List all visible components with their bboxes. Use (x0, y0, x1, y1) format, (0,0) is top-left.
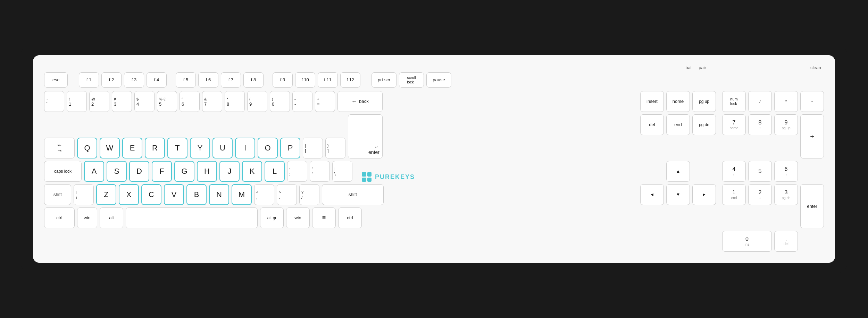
key-numlock[interactable]: numlock (722, 91, 746, 112)
key-x[interactable]: X (119, 184, 139, 205)
key-i[interactable]: I (235, 138, 255, 158)
key-left[interactable]: ◄ (640, 184, 664, 205)
key-f7[interactable]: f 7 (221, 72, 241, 88)
key-up[interactable]: ▲ (666, 161, 690, 182)
key-semicolon[interactable]: : ; (287, 161, 307, 182)
key-equals[interactable]: + = (315, 91, 335, 112)
key-minus[interactable]: - - (292, 91, 312, 112)
key-v[interactable]: V (164, 184, 184, 205)
key-j[interactable]: J (219, 161, 240, 182)
key-prtscr[interactable]: prt scr (372, 72, 397, 88)
key-g[interactable]: G (174, 161, 194, 182)
key-r[interactable]: R (145, 138, 165, 158)
key-capslock[interactable]: caps lock (44, 161, 82, 182)
key-s[interactable]: S (107, 161, 127, 182)
key-quote[interactable]: " ' (310, 161, 330, 182)
key-c[interactable]: C (141, 184, 161, 205)
key-y[interactable]: Y (190, 138, 210, 158)
key-pgup[interactable]: pg up (692, 91, 716, 112)
key-comma[interactable]: < , (254, 184, 274, 205)
key-lctrl[interactable]: ctrl (44, 207, 75, 228)
key-f2[interactable]: f 2 (101, 72, 122, 88)
key-delete[interactable]: del (640, 114, 664, 135)
key-5[interactable]: % € 5 (157, 91, 177, 112)
key-1[interactable]: ! 1 (67, 91, 87, 112)
key-2[interactable]: @ 2 (89, 91, 109, 112)
key-numminus[interactable]: - (800, 91, 824, 112)
key-esc[interactable]: esc (44, 72, 68, 88)
key-l[interactable]: L (265, 161, 285, 182)
key-4[interactable]: $ 4 (134, 91, 155, 112)
key-f6[interactable]: f 6 (198, 72, 218, 88)
key-f8[interactable]: f 8 (243, 72, 264, 88)
key-insert[interactable]: insert (640, 91, 664, 112)
key-home[interactable]: home (666, 91, 690, 112)
key-tab[interactable]: ⇤⇥ (44, 138, 75, 158)
key-t[interactable]: T (167, 138, 187, 158)
key-num3[interactable]: 3 pg dn (774, 184, 798, 205)
key-f1[interactable]: f 1 (79, 72, 99, 88)
key-e[interactable]: E (122, 138, 142, 158)
key-menu[interactable]: ≡ (312, 207, 336, 228)
key-o[interactable]: O (258, 138, 278, 158)
key-6[interactable]: ^ 6 (180, 91, 200, 112)
key-num5[interactable]: 5 (748, 161, 772, 182)
key-numdiv[interactable]: / (748, 91, 772, 112)
key-backslash[interactable]: | \ (332, 161, 352, 182)
key-num7[interactable]: 7 home (722, 114, 746, 135)
key-rctrl[interactable]: ctrl (338, 207, 362, 228)
key-num2[interactable]: 2 ↓ (748, 184, 772, 205)
key-tilde[interactable]: ~ ` (44, 91, 64, 112)
key-lwin[interactable]: win (77, 207, 97, 228)
key-right[interactable]: ► (692, 184, 716, 205)
key-n[interactable]: N (209, 184, 229, 205)
key-f11[interactable]: f 11 (318, 72, 338, 88)
key-period[interactable]: > . (277, 184, 297, 205)
key-9[interactable]: ( 9 (247, 91, 267, 112)
key-num8[interactable]: 8 ↑ (748, 114, 772, 135)
key-num1[interactable]: 1 end (722, 184, 746, 205)
key-lbracket[interactable]: { [ (303, 138, 323, 158)
key-f3[interactable]: f 3 (124, 72, 144, 88)
key-a[interactable]: A (84, 161, 104, 182)
key-f[interactable]: F (152, 161, 172, 182)
key-f5[interactable]: f 5 (176, 72, 196, 88)
key-num0[interactable]: 0 ins (722, 231, 772, 252)
key-m[interactable]: M (232, 184, 252, 205)
key-num9[interactable]: 9 pg up (774, 114, 798, 135)
key-altgr[interactable]: alt gr (260, 207, 284, 228)
key-f10[interactable]: f 10 (295, 72, 315, 88)
key-lalt[interactable]: alt (100, 207, 123, 228)
key-num6[interactable]: 6 → (774, 161, 798, 182)
key-f4[interactable]: f 4 (147, 72, 167, 88)
key-down[interactable]: ▼ (666, 184, 690, 205)
key-p[interactable]: P (280, 138, 300, 158)
key-rbracket[interactable]: } ] (325, 138, 345, 158)
key-8[interactable]: * 8 (225, 91, 245, 112)
key-0[interactable]: ) 0 (270, 91, 290, 112)
key-slash[interactable]: ? / (299, 184, 319, 205)
key-space[interactable] (126, 207, 258, 228)
key-k[interactable]: K (242, 161, 262, 182)
key-f9[interactable]: f 9 (273, 72, 293, 88)
key-rshift[interactable]: shift (322, 184, 384, 205)
key-numenter[interactable]: enter (800, 184, 824, 228)
key-backspace[interactable]: ← back (337, 91, 383, 112)
key-b[interactable]: B (186, 184, 207, 205)
key-3[interactable]: # 3 (112, 91, 132, 112)
key-pgdn[interactable]: pg dn (692, 114, 716, 135)
key-7[interactable]: & 7 (202, 91, 222, 112)
key-pause[interactable]: pause (426, 72, 451, 88)
key-enter[interactable]: ↵ enter (348, 114, 383, 158)
key-u[interactable]: U (212, 138, 233, 158)
key-d[interactable]: D (129, 161, 149, 182)
key-scrolllock[interactable]: scrolllock (399, 72, 424, 88)
key-numdel[interactable]: . del (774, 231, 798, 252)
key-z[interactable]: Z (96, 184, 116, 205)
key-lshift[interactable]: shift (44, 184, 71, 205)
key-nummul[interactable]: * (774, 91, 798, 112)
key-f12[interactable]: f 12 (340, 72, 360, 88)
key-end[interactable]: end (666, 114, 690, 135)
key-w[interactable]: W (100, 138, 120, 158)
key-q[interactable]: Q (77, 138, 97, 158)
